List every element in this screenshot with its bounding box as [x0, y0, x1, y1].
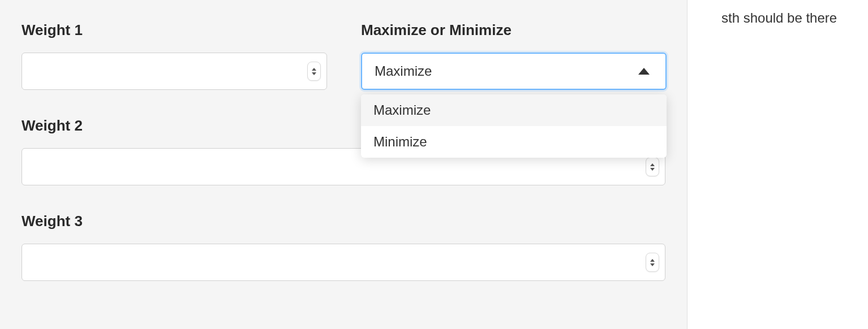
weight1-label: Weight 1 [22, 21, 327, 39]
weight1-stepper[interactable] [307, 62, 321, 81]
weight3-field: Weight 3 [22, 213, 665, 281]
row-1: Weight 1 Maximize or Minimize Maximize M… [22, 21, 665, 90]
maxmin-label: Maximize or Minimize [361, 21, 667, 39]
weight3-stepper[interactable] [646, 253, 659, 272]
form-panel: Weight 1 Maximize or Minimize Maximize M… [0, 0, 687, 329]
chevron-down-icon [650, 168, 655, 171]
caret-up-icon [638, 68, 650, 75]
weight1-input[interactable] [22, 53, 327, 90]
weight1-field: Weight 1 [22, 21, 327, 90]
maxmin-selected-value: Maximize [375, 63, 432, 79]
maxmin-select[interactable]: Maximize [361, 53, 667, 90]
row-3: Weight 3 [22, 213, 665, 281]
maxmin-option-minimize[interactable]: Minimize [361, 126, 667, 158]
weight2-stepper[interactable] [646, 157, 659, 176]
chevron-down-icon [312, 72, 316, 75]
chevron-down-icon [650, 263, 655, 266]
weight3-input[interactable] [22, 244, 665, 281]
chevron-up-icon [650, 259, 655, 262]
side-note: sth should be there [687, 0, 837, 329]
maxmin-dropdown: Maximize Minimize [361, 94, 667, 158]
chevron-up-icon [650, 163, 655, 166]
maxmin-field: Maximize or Minimize Maximize Maximize M… [361, 21, 667, 90]
maxmin-option-maximize[interactable]: Maximize [361, 94, 667, 126]
weight3-label: Weight 3 [22, 213, 665, 230]
chevron-up-icon [312, 68, 316, 71]
